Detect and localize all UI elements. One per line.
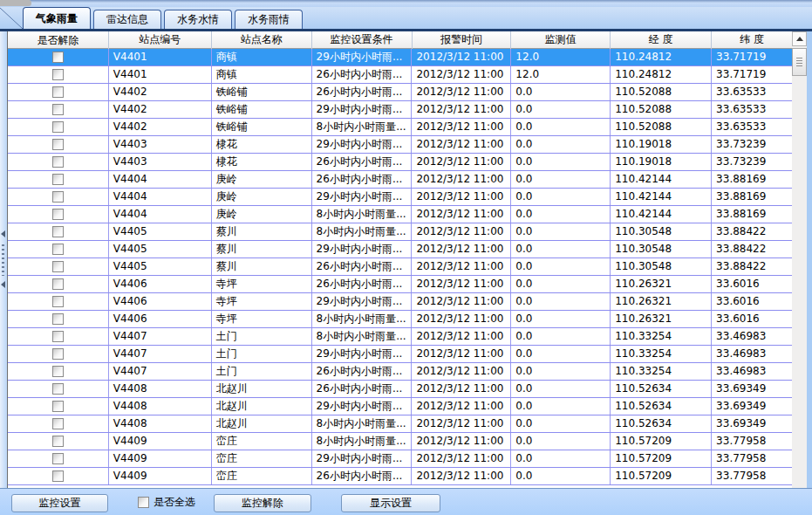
scroll-up-icon	[796, 37, 803, 41]
row-checkbox[interactable]	[52, 104, 64, 115]
column-header[interactable]: 站点名称	[212, 31, 312, 49]
tab-rain-condition[interactable]: 水务雨情	[235, 10, 303, 29]
row-checkbox[interactable]	[52, 52, 64, 63]
release-checkbox-cell	[8, 66, 109, 83]
value-cell: 0.0	[511, 171, 611, 188]
row-checkbox[interactable]	[52, 278, 64, 290]
row-checkbox[interactable]	[52, 418, 64, 429]
row-checkbox[interactable]	[52, 121, 64, 133]
longitude-cell: 110.52634	[611, 415, 712, 432]
table-row[interactable]: V4405蔡川8小时内小时雨量...2012/3/12 11:000.0110.…	[8, 223, 792, 241]
scrollbar-thumb[interactable]	[792, 48, 807, 76]
monitor-release-button[interactable]: 监控解除	[214, 494, 311, 512]
longitude-cell: 110.42144	[611, 171, 712, 188]
row-checkbox[interactable]	[52, 244, 64, 255]
condition-cell: 29小时内小时雨...	[312, 241, 413, 258]
alarm-table: 是否解除站点编号站点名称监控设置条件报警时间监测值经 度纬 度 V4401商镇2…	[7, 31, 792, 488]
row-checkbox[interactable]	[52, 366, 64, 377]
table-row[interactable]: V4404庚岭26小时内小时雨...2012/3/12 11:000.0110.…	[8, 171, 792, 189]
station-id-cell: V4407	[109, 346, 212, 362]
row-checkbox[interactable]	[52, 191, 64, 203]
row-checkbox[interactable]	[52, 296, 64, 307]
alarm-time-cell: 2012/3/12 11:00	[412, 293, 511, 310]
column-header[interactable]: 报警时间	[413, 31, 512, 49]
table-row[interactable]: V4405蔡川29小时内小时雨...2012/3/12 11:000.0110.…	[8, 241, 792, 258]
table-row[interactable]: V4401商镇29小时内小时雨...2012/3/12 11:0012.0110…	[8, 49, 792, 66]
monitor-settings-button[interactable]: 监控设置	[11, 494, 108, 512]
table-row[interactable]: V4407土门29小时内小时雨...2012/3/12 11:000.0110.…	[8, 346, 792, 363]
row-checkbox[interactable]	[52, 331, 64, 342]
condition-cell: 29小时内小时雨...	[312, 49, 413, 65]
latitude-cell: 33.88422	[712, 258, 792, 275]
latitude-cell: 33.77958	[712, 433, 792, 450]
row-checkbox[interactable]	[52, 139, 64, 150]
row-checkbox[interactable]	[52, 69, 64, 80]
alarm-time-cell: 2012/3/12 11:00	[412, 311, 511, 327]
table-row[interactable]: V4408北赵川29小时内小时雨...2012/3/12 11:000.0110…	[8, 398, 792, 415]
row-checkbox[interactable]	[52, 226, 64, 237]
row-checkbox[interactable]	[52, 436, 64, 447]
vertical-scrollbar[interactable]	[792, 31, 807, 488]
table-row[interactable]: V4406寺坪29小时内小时雨...2012/3/12 11:000.0110.…	[8, 293, 792, 311]
table-row[interactable]: V4408北赵川8小时内小时雨量...2012/3/12 11:000.0110…	[8, 415, 792, 433]
row-checkbox[interactable]	[52, 86, 64, 98]
table-row[interactable]: V4403棣花26小时内小时雨...2012/3/12 11:000.0110.…	[8, 154, 792, 171]
alarm-time-cell: 2012/3/12 11:00	[412, 119, 511, 135]
row-checkbox[interactable]	[52, 313, 64, 325]
row-checkbox[interactable]	[52, 453, 64, 464]
tab-water-condition[interactable]: 水务水情	[164, 10, 232, 29]
row-checkbox[interactable]	[52, 348, 64, 360]
tab-weather-rainfall[interactable]: 气象雨量	[23, 7, 91, 29]
column-header[interactable]: 经 度	[611, 31, 712, 49]
select-all-label: 是否全选	[154, 496, 195, 508]
table-row[interactable]: V4407土门26小时内小时雨...2012/3/12 11:000.0110.…	[8, 363, 792, 381]
table-row[interactable]: V4402铁峪铺8小时内小时雨量...2012/3/12 11:000.0110…	[8, 119, 792, 136]
row-checkbox[interactable]	[52, 209, 64, 220]
tab-radar-info[interactable]: 雷达信息	[93, 10, 161, 29]
table-row[interactable]: V4404庚岭8小时内小时雨量...2012/3/12 11:000.0110.…	[8, 206, 792, 223]
row-checkbox[interactable]	[52, 156, 64, 168]
station-name-cell: 寺坪	[212, 276, 312, 292]
row-checkbox[interactable]	[52, 383, 64, 395]
table-row[interactable]: V4405蔡川26小时内小时雨...2012/3/12 11:000.0110.…	[8, 258, 792, 276]
latitude-cell: 33.77958	[712, 468, 792, 484]
latitude-cell: 33.71719	[712, 66, 792, 83]
table-row[interactable]: V4401商镇26小时内小时雨...2012/3/12 11:0012.0110…	[8, 66, 792, 84]
column-header[interactable]: 监测值	[511, 31, 611, 49]
table-row[interactable]: V4406寺坪8小时内小时雨量...2012/3/12 11:000.0110.…	[8, 311, 792, 328]
value-cell: 0.0	[511, 154, 611, 170]
display-settings-button[interactable]: 显示设置	[341, 494, 440, 512]
release-checkbox-cell	[8, 311, 109, 327]
scroll-up-button[interactable]	[792, 31, 807, 46]
collapse-left-icon[interactable]	[1, 230, 5, 237]
column-header[interactable]: 纬 度	[712, 31, 792, 49]
column-header[interactable]: 站点编号	[109, 31, 212, 49]
value-cell: 0.0	[511, 415, 611, 432]
alarm-time-cell: 2012/3/12 11:00	[412, 101, 511, 118]
window-right-strip	[807, 31, 812, 488]
row-checkbox[interactable]	[52, 470, 64, 482]
collapse-left-icon[interactable]	[1, 281, 5, 288]
table-row[interactable]: V4406寺坪26小时内小时雨...2012/3/12 11:000.0110.…	[8, 276, 792, 293]
splitter-grip[interactable]	[2, 244, 4, 276]
table-row[interactable]: V4409峦庄29小时内小时雨...2012/3/12 11:000.0110.…	[8, 450, 792, 468]
table-row[interactable]: V4409峦庄26小时内小时雨...2012/3/12 11:000.0110.…	[8, 468, 792, 485]
table-row[interactable]: V4407土门8小时内小时雨量...2012/3/12 11:000.0110.…	[8, 328, 792, 346]
row-checkbox[interactable]	[52, 174, 64, 185]
table-row[interactable]: V4402铁峪铺29小时内小时雨...2012/3/12 11:000.0110…	[8, 101, 792, 119]
splitter-rail[interactable]	[0, 31, 7, 488]
station-id-cell: V4402	[109, 84, 212, 100]
column-header[interactable]: 是否解除	[8, 31, 109, 49]
row-checkbox[interactable]	[52, 261, 64, 272]
table-row[interactable]: V4409峦庄8小时内小时雨量...2012/3/12 11:000.0110.…	[8, 433, 792, 450]
condition-cell: 8小时内小时雨量...	[312, 328, 413, 345]
column-header[interactable]: 监控设置条件	[312, 31, 413, 49]
longitude-cell: 110.24812	[611, 49, 712, 65]
table-row[interactable]: V4408北赵川26小时内小时雨...2012/3/12 11:000.0110…	[8, 381, 792, 398]
condition-cell: 8小时内小时雨量...	[312, 223, 413, 240]
row-checkbox[interactable]	[52, 401, 64, 412]
table-row[interactable]: V4403棣花29小时内小时雨...2012/3/12 11:000.0110.…	[8, 136, 792, 154]
select-all-checkbox[interactable]	[138, 497, 149, 508]
table-row[interactable]: V4404庚岭29小时内小时雨...2012/3/12 11:000.0110.…	[8, 189, 792, 206]
table-row[interactable]: V4402铁峪铺26小时内小时雨...2012/3/12 11:000.0110…	[8, 84, 792, 101]
